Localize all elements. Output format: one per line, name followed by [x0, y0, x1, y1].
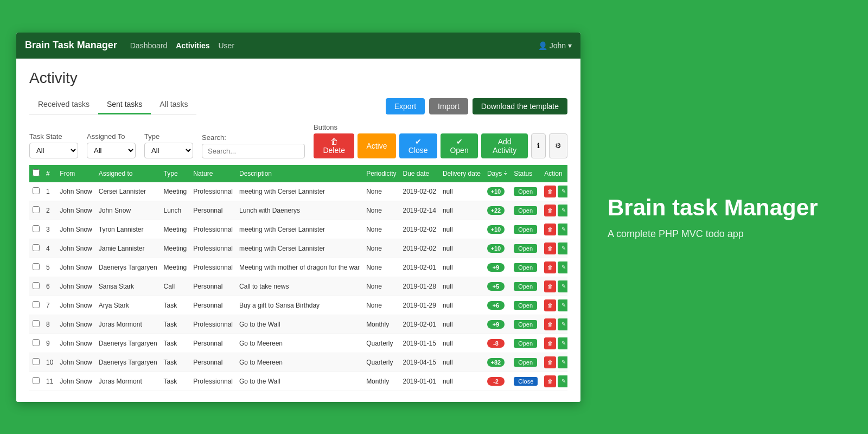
row-checkbox[interactable] — [33, 187, 40, 194]
cell-due-date: 2019-01-28 — [399, 277, 439, 296]
cell-type: Task — [161, 296, 190, 315]
action-buttons: 🗑 ✎ ✔ ✔ ℹ ⚙ — [544, 299, 567, 311]
import-button[interactable]: Import — [429, 98, 468, 114]
row-checkbox[interactable] — [33, 320, 40, 327]
cell-assigned-to: Jamie Lannister — [95, 239, 161, 258]
cell-description: Lunch with Daenerys — [236, 201, 363, 220]
row-checkbox[interactable] — [33, 263, 40, 270]
cell-assigned-to: Daenerys Targaryen — [95, 258, 161, 277]
row-edit-button[interactable]: ✎ — [558, 299, 567, 311]
row-checkbox-cell — [29, 372, 43, 391]
nav-user-info: 👤 John ▾ — [538, 41, 572, 50]
cell-nature: Personnal — [190, 334, 236, 353]
cell-status: Open — [510, 296, 541, 315]
info-button[interactable]: ℹ — [531, 133, 546, 158]
row-delete-button[interactable]: 🗑 — [544, 318, 556, 330]
cell-delivery-date: null — [439, 353, 484, 372]
action-buttons: 🗑 ✎ ✔ ✔ ℹ ⚙ — [544, 261, 567, 273]
row-edit-button[interactable]: ✎ — [558, 224, 567, 235]
row-checkbox[interactable] — [33, 377, 40, 384]
task-state-select[interactable]: All — [29, 143, 78, 158]
cell-from: John Snow — [56, 258, 95, 277]
cell-days: +5 — [484, 277, 510, 296]
row-delete-button[interactable]: 🗑 — [544, 205, 556, 216]
assigned-to-filter: Assigned To All — [87, 132, 136, 158]
row-checkbox[interactable] — [33, 225, 40, 232]
status-badge: Open — [514, 282, 537, 291]
add-activity-button[interactable]: Add Activity — [481, 133, 528, 158]
settings-button[interactable]: ⚙ — [549, 133, 567, 158]
cell-id: 2 — [43, 201, 56, 220]
row-checkbox[interactable] — [33, 358, 40, 365]
export-button[interactable]: Export — [386, 98, 425, 114]
cell-assigned-to: Cersei Lannister — [95, 182, 161, 201]
open-button[interactable]: ✔ Open — [441, 133, 478, 158]
days-badge: -2 — [487, 377, 505, 386]
tab-all-tasks[interactable]: All tasks — [151, 95, 196, 114]
header-id: # — [43, 165, 56, 182]
row-edit-button[interactable]: ✎ — [558, 356, 567, 368]
row-edit-button[interactable]: ✎ — [558, 318, 567, 330]
tab-received-tasks[interactable]: Received tasks — [29, 95, 98, 114]
cell-action: 🗑 ✎ ✔ ✔ ℹ ⚙ — [541, 277, 567, 296]
row-delete-button[interactable]: 🗑 — [544, 337, 556, 349]
row-edit-button[interactable]: ✎ — [558, 375, 567, 387]
type-select[interactable]: All — [144, 143, 193, 158]
row-edit-button[interactable]: ✎ — [558, 280, 567, 292]
row-checkbox[interactable] — [33, 339, 40, 346]
table-row: 11 John Snow Joras Mormont Task Professi… — [29, 372, 567, 391]
row-delete-button[interactable]: 🗑 — [544, 186, 556, 197]
tab-sent-tasks[interactable]: Sent tasks — [98, 95, 151, 114]
nav-activities[interactable]: Activities — [176, 39, 209, 52]
cell-delivery-date: null — [439, 220, 484, 239]
cell-status: Open — [510, 220, 541, 239]
search-input[interactable] — [202, 144, 305, 158]
delete-button[interactable]: 🗑 Delete — [314, 133, 354, 158]
row-checkbox[interactable] — [33, 244, 40, 251]
row-edit-button[interactable]: ✎ — [558, 261, 567, 273]
header-checkbox — [29, 165, 43, 182]
row-edit-button[interactable]: ✎ — [558, 186, 567, 197]
nav-user[interactable]: User — [218, 39, 234, 52]
cell-periodicity: None — [363, 239, 399, 258]
close-button[interactable]: ✔ Close — [399, 133, 437, 158]
select-all-checkbox[interactable] — [33, 169, 40, 176]
action-buttons: 🗑 ✎ ✔ ✔ ℹ ⚙ — [544, 224, 567, 235]
row-delete-button[interactable]: 🗑 — [544, 356, 556, 368]
cell-action: 🗑 ✎ ✔ ✔ ℹ ⚙ — [541, 182, 567, 201]
row-delete-button[interactable]: 🗑 — [544, 224, 556, 235]
cell-periodicity: None — [363, 277, 399, 296]
active-button[interactable]: Active — [358, 133, 395, 158]
cell-days: +6 — [484, 296, 510, 315]
nav-dashboard[interactable]: Dashboard — [130, 39, 168, 52]
row-delete-button[interactable]: 🗑 — [544, 261, 556, 273]
row-checkbox[interactable] — [33, 206, 40, 213]
row-delete-button[interactable]: 🗑 — [544, 280, 556, 292]
cell-status: Open — [510, 258, 541, 277]
cell-periodicity: None — [363, 220, 399, 239]
row-checkbox[interactable] — [33, 301, 40, 308]
row-edit-button[interactable]: ✎ — [558, 242, 567, 254]
cell-from: John Snow — [56, 239, 95, 258]
row-edit-button[interactable]: ✎ — [558, 337, 567, 349]
template-button[interactable]: Download the template — [473, 98, 567, 114]
cell-description: meeting with Cersei Lannister — [236, 220, 363, 239]
row-delete-button[interactable]: 🗑 — [544, 299, 556, 311]
row-checkbox[interactable] — [33, 282, 40, 289]
table-row: 10 John Snow Daenerys Targaryen Task Per… — [29, 353, 567, 372]
search-filter: Search: — [202, 133, 305, 158]
status-badge: Open — [514, 187, 537, 196]
navbar: Brain Task Manager Dashboard Activities … — [16, 33, 580, 59]
assigned-to-select[interactable]: All — [87, 143, 136, 158]
row-delete-button[interactable]: 🗑 — [544, 242, 556, 254]
days-badge: +5 — [487, 282, 505, 291]
header-due-date: Due date — [399, 165, 439, 182]
status-badge: Close — [514, 377, 538, 386]
buttons-group: 🗑 Delete Active ✔ Close ✔ Open Add Activ… — [314, 133, 567, 158]
cell-due-date: 2019-01-29 — [399, 296, 439, 315]
action-buttons: 🗑 ✎ ✔ ✔ ℹ ⚙ — [544, 356, 567, 368]
cell-assigned-to: Daenerys Targaryen — [95, 334, 161, 353]
cell-due-date: 2019-02-02 — [399, 239, 439, 258]
row-delete-button[interactable]: 🗑 — [544, 375, 556, 387]
row-edit-button[interactable]: ✎ — [558, 205, 567, 216]
